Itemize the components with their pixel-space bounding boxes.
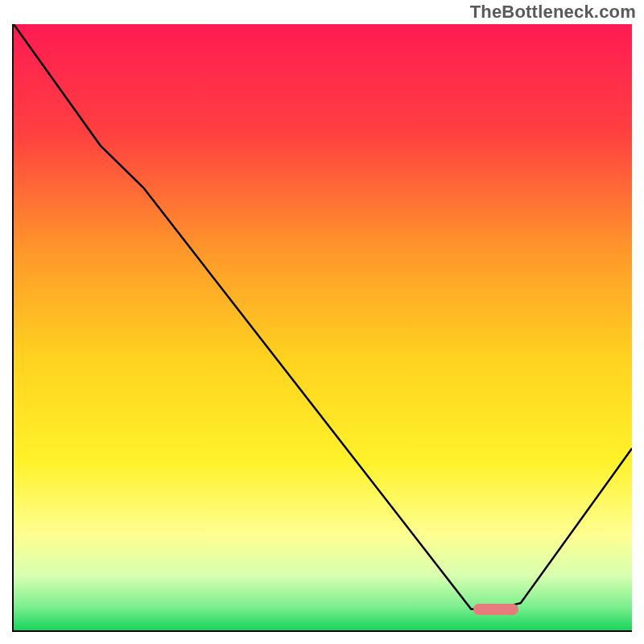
line-series <box>14 24 632 630</box>
bottleneck-curve <box>14 24 632 609</box>
optimum-marker <box>473 604 518 615</box>
chart-container: TheBottleneck.com <box>0 0 644 644</box>
plot-area <box>12 24 632 632</box>
watermark: TheBottleneck.com <box>470 2 636 23</box>
